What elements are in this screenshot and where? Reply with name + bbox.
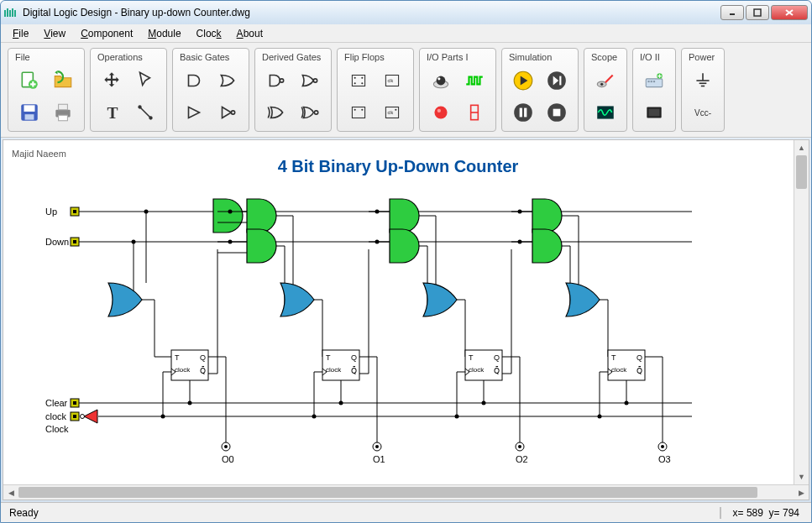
text-tool-button[interactable]: T bbox=[96, 97, 128, 128]
svg-point-25 bbox=[354, 77, 356, 79]
svg-text:Down: Down bbox=[45, 237, 69, 247]
ff3-button[interactable] bbox=[343, 97, 375, 128]
vertical-scrollbar[interactable]: ▲ ▼ bbox=[794, 140, 809, 484]
horizontal-scrollbar[interactable]: ◀ ▶ bbox=[3, 484, 809, 499]
led-button[interactable] bbox=[425, 97, 457, 128]
new-file-button[interactable] bbox=[13, 65, 45, 96]
svg-rect-57 bbox=[651, 81, 652, 82]
svg-point-116 bbox=[312, 415, 317, 419]
toolgroup-simulation: Simulation bbox=[501, 48, 579, 132]
print-button[interactable] bbox=[47, 97, 79, 128]
step-button[interactable] bbox=[541, 65, 573, 96]
svg-point-88 bbox=[132, 240, 136, 244]
ff2-button[interactable]: clk bbox=[376, 65, 408, 96]
open-file-button[interactable] bbox=[47, 65, 79, 96]
seven-seg-button[interactable] bbox=[458, 97, 490, 128]
scroll-right-icon[interactable]: ▶ bbox=[794, 485, 809, 499]
xor-gate-button[interactable] bbox=[260, 97, 292, 128]
design-canvas[interactable]: Majid Naeem 4 Bit Binary Up-Down Counter… bbox=[3, 140, 809, 484]
design-canvas-wrap: Majid Naeem 4 Bit Binary Up-Down Counter… bbox=[3, 139, 809, 500]
svg-rect-1 bbox=[7, 8, 8, 17]
svg-point-26 bbox=[354, 82, 356, 84]
toolbar: File Operations T Basic Gates bbox=[1, 43, 811, 138]
svg-rect-15 bbox=[59, 104, 68, 110]
clock-signal-button[interactable] bbox=[458, 65, 490, 96]
toolgroup-io1: I/O Parts I bbox=[419, 48, 496, 132]
svg-rect-51 bbox=[553, 109, 561, 117]
toolgroup-scope: Scope bbox=[584, 48, 627, 132]
svg-point-40 bbox=[434, 106, 447, 118]
svg-text:clk: clk bbox=[388, 78, 394, 83]
svg-point-36 bbox=[395, 109, 396, 111]
svg-point-145 bbox=[518, 210, 522, 214]
window-title: Digital Logic Design - Binary up-down Co… bbox=[23, 7, 720, 18]
svg-point-147 bbox=[518, 240, 522, 244]
svg-rect-12 bbox=[24, 105, 35, 112]
move-tool-button[interactable] bbox=[96, 65, 128, 96]
play-button[interactable] bbox=[507, 65, 539, 96]
buffer-gate-button[interactable] bbox=[178, 97, 210, 128]
svg-rect-46 bbox=[559, 76, 561, 86]
menu-module[interactable]: Module bbox=[141, 26, 187, 41]
svg-text:O2: O2 bbox=[516, 454, 528, 464]
toolgroup-io2: I/O II bbox=[632, 48, 676, 132]
svg-rect-55 bbox=[646, 79, 663, 87]
svg-point-28 bbox=[361, 82, 363, 84]
toolgroup-operations: Operations T bbox=[90, 48, 167, 132]
and-gate-button[interactable] bbox=[178, 65, 210, 96]
svg-point-158 bbox=[625, 401, 629, 405]
menu-file[interactable]: File bbox=[6, 26, 35, 41]
svg-text:T: T bbox=[107, 104, 118, 122]
svg-text:Clear: Clear bbox=[45, 398, 68, 408]
svg-point-22 bbox=[313, 79, 317, 82]
titlebar: Digital Logic Design - Binary up-down Co… bbox=[1, 1, 811, 24]
wire-tool-button[interactable] bbox=[129, 97, 161, 128]
scrollbar-thumb[interactable] bbox=[18, 487, 757, 498]
probe-button[interactable] bbox=[589, 65, 621, 96]
xnor-gate-button[interactable] bbox=[294, 97, 326, 128]
display-button[interactable] bbox=[638, 97, 670, 128]
scrollbar-thumb[interactable] bbox=[796, 155, 807, 189]
status-text: Ready bbox=[1, 507, 720, 519]
ground-button[interactable] bbox=[687, 65, 719, 96]
nand-gate-button[interactable] bbox=[260, 65, 292, 96]
not-gate-button[interactable] bbox=[212, 97, 244, 128]
toolgroup-derived-gates: Derived Gates bbox=[254, 48, 332, 132]
push-button[interactable] bbox=[425, 65, 457, 96]
menu-view[interactable]: View bbox=[37, 26, 72, 41]
nor-gate-button[interactable] bbox=[294, 65, 326, 96]
svg-point-38 bbox=[437, 76, 446, 86]
pointer-tool-button[interactable] bbox=[129, 65, 161, 96]
svg-rect-24 bbox=[352, 76, 364, 86]
ff1-button[interactable] bbox=[343, 65, 375, 96]
menu-about[interactable]: About bbox=[230, 26, 270, 41]
svg-point-105 bbox=[228, 240, 233, 244]
maximize-button[interactable] bbox=[746, 5, 769, 20]
svg-text:O0: O0 bbox=[222, 454, 234, 464]
keyboard-button[interactable] bbox=[638, 65, 670, 96]
close-button[interactable] bbox=[771, 5, 808, 20]
svg-rect-49 bbox=[524, 108, 526, 118]
stop-button[interactable] bbox=[541, 97, 573, 128]
ff4-button[interactable]: clk bbox=[376, 97, 408, 128]
or-gate-button[interactable] bbox=[212, 65, 244, 96]
svg-rect-2 bbox=[9, 10, 11, 17]
and-gate-icon bbox=[213, 199, 243, 233]
scroll-down-icon[interactable]: ▼ bbox=[794, 469, 809, 484]
circuit-diagram: TclockQQ̄ Up Down Clear clock Clock bbox=[3, 140, 793, 476]
svg-point-125 bbox=[375, 210, 380, 214]
pause-button[interactable] bbox=[507, 97, 539, 128]
scroll-left-icon[interactable]: ◀ bbox=[3, 485, 18, 499]
vcc-button[interactable]: Vcc- bbox=[687, 97, 719, 128]
scroll-up-icon[interactable]: ▲ bbox=[794, 140, 809, 155]
svg-point-136 bbox=[455, 415, 459, 419]
svg-point-41 bbox=[437, 109, 441, 112]
minimize-button[interactable] bbox=[720, 5, 744, 20]
svg-rect-3 bbox=[12, 8, 13, 17]
menu-component[interactable]: Component bbox=[74, 26, 139, 41]
save-file-button[interactable] bbox=[13, 97, 45, 128]
svg-point-156 bbox=[598, 415, 602, 419]
scope-button[interactable] bbox=[589, 97, 621, 128]
svg-text:clk: clk bbox=[388, 110, 394, 115]
menu-clock[interactable]: Clock bbox=[190, 26, 228, 41]
